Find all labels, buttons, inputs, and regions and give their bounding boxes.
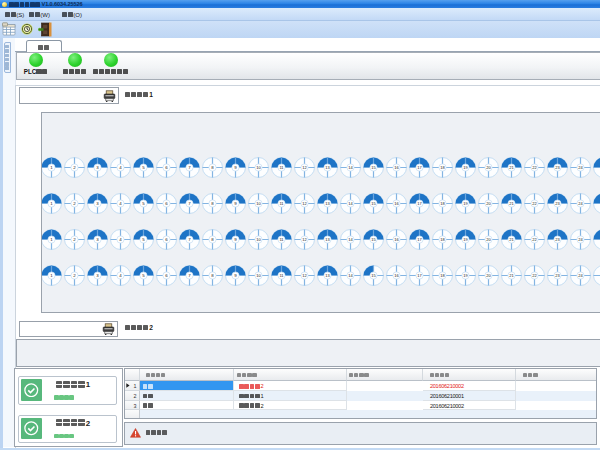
svg-text:14: 14: [348, 165, 353, 170]
svg-text:21: 21: [509, 201, 514, 206]
svg-text:19: 19: [463, 273, 468, 278]
svg-text:10: 10: [256, 273, 261, 278]
svg-text:23: 23: [555, 165, 560, 170]
svg-text:14: 14: [348, 237, 353, 242]
svg-text:22: 22: [532, 165, 537, 170]
svg-text:22: 22: [532, 237, 537, 242]
svg-text:22: 22: [532, 201, 537, 206]
svg-text:13: 13: [325, 201, 330, 206]
svg-text:18: 18: [440, 273, 445, 278]
svg-text:10: 10: [256, 237, 261, 242]
svg-text:16: 16: [394, 273, 399, 278]
svg-text:15: 15: [371, 237, 376, 242]
svg-text:19: 19: [463, 165, 468, 170]
svg-text:24: 24: [578, 201, 583, 206]
svg-text:21: 21: [509, 273, 514, 278]
svg-text:17: 17: [417, 273, 422, 278]
svg-text:12: 12: [302, 201, 307, 206]
svg-text:23: 23: [555, 201, 560, 206]
svg-text:10: 10: [256, 201, 261, 206]
svg-text:13: 13: [325, 165, 330, 170]
svg-text:14: 14: [348, 201, 353, 206]
svg-text:16: 16: [394, 201, 399, 206]
svg-text:15: 15: [371, 165, 376, 170]
svg-text:16: 16: [394, 165, 399, 170]
svg-text:24: 24: [578, 237, 583, 242]
svg-text:15: 15: [371, 273, 376, 278]
svg-text:17: 17: [417, 165, 422, 170]
svg-text:24: 24: [578, 165, 583, 170]
svg-text:12: 12: [302, 165, 307, 170]
svg-text:20: 20: [486, 165, 491, 170]
svg-text:19: 19: [463, 237, 468, 242]
svg-text:23: 23: [555, 237, 560, 242]
svg-text:13: 13: [325, 273, 330, 278]
svg-text:21: 21: [509, 237, 514, 242]
svg-text:18: 18: [440, 237, 445, 242]
svg-text:18: 18: [440, 165, 445, 170]
svg-text:19: 19: [463, 201, 468, 206]
svg-text:22: 22: [532, 273, 537, 278]
svg-text:13: 13: [325, 237, 330, 242]
svg-text:15: 15: [371, 201, 376, 206]
svg-text:10: 10: [256, 165, 261, 170]
svg-text:24: 24: [578, 273, 583, 278]
svg-text:20: 20: [486, 237, 491, 242]
svg-text:16: 16: [394, 237, 399, 242]
svg-text:20: 20: [486, 201, 491, 206]
svg-text:14: 14: [348, 273, 353, 278]
svg-text:18: 18: [440, 201, 445, 206]
svg-text:20: 20: [486, 273, 491, 278]
svg-text:21: 21: [509, 165, 514, 170]
svg-text:17: 17: [417, 237, 422, 242]
svg-text:12: 12: [302, 273, 307, 278]
svg-text:23: 23: [555, 273, 560, 278]
svg-text:17: 17: [417, 201, 422, 206]
svg-text:12: 12: [302, 237, 307, 242]
